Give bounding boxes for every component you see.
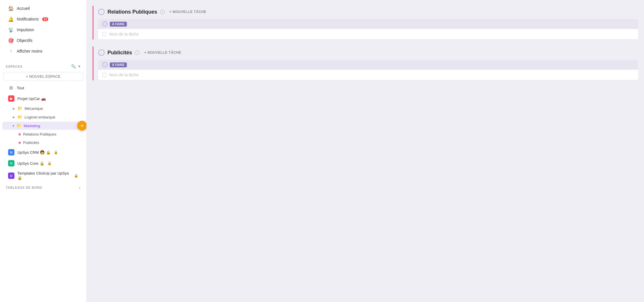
up-arrow-icon: ↑: [8, 48, 14, 54]
collapse-group-publicites-button[interactable]: ○: [102, 62, 107, 67]
notifications-badge: 11: [42, 17, 48, 21]
lock-icon-crm: 🔒: [54, 150, 58, 154]
templates-icon: U: [8, 173, 14, 179]
chevron-down-icon[interactable]: ▾: [78, 64, 81, 68]
collapse-icon-publicites: ○: [101, 51, 102, 54]
task-group-a-faire-publicites: ○ À FAIRE Nom de la tâche: [98, 60, 638, 80]
task-checkbox-publicites[interactable]: [102, 73, 106, 77]
sidebar-item-impulsion[interactable]: 📡 Impulsion: [2, 25, 84, 35]
grid-icon: ⊞: [8, 85, 14, 91]
sidebar-tout-label: Tout: [17, 86, 24, 90]
collapse-icon-relations: ○: [101, 10, 102, 14]
sidebar-item-tout[interactable]: ⊞ Tout: [2, 83, 84, 93]
task-group-header-publicites: ○ À FAIRE: [98, 60, 638, 70]
sidebar-item-templates[interactable]: U Templates ClickUp par UpSys 🔒 🔒: [2, 169, 84, 182]
logiciel-chevron-icon: ▶: [13, 116, 15, 119]
table-row: Nom de la tâche: [98, 70, 638, 80]
sidebar-item-projet-upcar[interactable]: ▶ Projet UpCar 🚗 +: [2, 93, 84, 104]
sidebar-logiciel-label: Logiciel embarqué: [25, 115, 55, 119]
sidebar-upsys-core-label: UpSys Core 🔒: [17, 161, 44, 166]
espaces-label: ESPACES: [6, 65, 22, 68]
sidebar-item-notifications[interactable]: 🔔 Notifications 11: [2, 14, 84, 24]
sidebar-item-upsys-crm[interactable]: U UpSys CRM 🧑 🔒 🔒: [2, 147, 84, 158]
sidebar-upsys-crm-label: UpSys CRM 🧑 🔒: [17, 150, 51, 155]
sidebar-item-objectifs[interactable]: 🎯 Objectifs: [2, 35, 84, 46]
task-group-a-faire-relations: ○ À FAIRE Nom de la tâche: [98, 19, 638, 40]
table-row: Nom de la tâche: [98, 29, 638, 39]
tableaux-chevron-icon: ›: [79, 185, 81, 190]
section-name-relations: Relations Publiques: [107, 9, 157, 15]
collapse-relations-button[interactable]: ○: [98, 9, 105, 15]
sidebar-item-mecanique[interactable]: ▶ 📁 Mécanique: [2, 104, 84, 112]
upsys-core-icon: U: [8, 160, 14, 166]
info-icon-relations[interactable]: i: [160, 10, 165, 14]
status-badge-publicites: À FAIRE: [110, 62, 127, 67]
espaces-header-icons: 🔍 ▾: [71, 64, 81, 68]
sidebar: 🏠 Accueil 🔔 Notifications 11 📡 Impulsion…: [0, 0, 87, 302]
folder-icon-mecanique: 📁: [17, 106, 22, 111]
sidebar-tableaux-section[interactable]: TABLEAUX DE BORD ›: [0, 182, 86, 193]
projet-upcar-icon: ▶: [8, 95, 14, 102]
sidebar-item-objectifs-label: Objectifs: [17, 38, 32, 43]
section-title-row-relations: ○ Relations Publiques i + NOUVELLE TÂCHE: [98, 6, 638, 19]
lock-icon-core: 🔒: [47, 161, 52, 165]
new-space-button[interactable]: + NOUVEL ESPACE: [3, 72, 83, 81]
home-icon: 🏠: [8, 5, 14, 11]
search-icon[interactable]: 🔍: [71, 64, 76, 68]
sidebar-nav: 🏠 Accueil 🔔 Notifications 11 📡 Impulsion…: [0, 0, 86, 60]
sidebar-item-impulsion-label: Impulsion: [17, 27, 34, 32]
new-task-button-relations[interactable]: + NOUVELLE TÂCHE: [168, 9, 208, 15]
folder-icon-marketing: 📁: [16, 123, 21, 128]
lock-icon-templates: 🔒: [74, 174, 78, 178]
status-badge-relations: À FAIRE: [110, 22, 127, 27]
sidebar-projet-upcar-label: Projet UpCar 🚗: [17, 96, 46, 101]
sidebar-item-logiciel-embarque[interactable]: ▶ 📁 Logiciel embarqué: [2, 113, 84, 121]
sidebar-templates-label: Templates ClickUp par UpSys 🔒: [17, 171, 71, 180]
upsys-crm-icon: U: [8, 149, 14, 155]
collapse-group-relations-button[interactable]: ○: [102, 21, 107, 27]
sidebar-item-afficher-moins[interactable]: ↑ Afficher moins: [2, 46, 84, 56]
mecanique-chevron-icon: ▶: [13, 107, 15, 110]
info-icon-publicites[interactable]: i: [135, 50, 140, 55]
collapse-publicites-button[interactable]: ○: [98, 49, 105, 56]
sidebar-item-accueil[interactable]: 🏠 Accueil: [2, 3, 84, 14]
marketing-chevron-icon: ▾: [13, 124, 14, 127]
task-checkbox[interactable]: [102, 32, 106, 36]
bell-icon: 🔔: [8, 16, 14, 22]
sidebar-marketing-label: Marketing: [24, 124, 40, 128]
section-relations-publiques: ○ Relations Publiques i + NOUVELLE TÂCHE…: [92, 6, 638, 40]
task-name-placeholder-publicites[interactable]: Nom de la tâche: [109, 73, 139, 77]
sidebar-item-upsys-core[interactable]: U UpSys Core 🔒 🔒: [2, 158, 84, 168]
section-publicites: ○ Publicités i + NOUVELLE TÂCHE ○ À FAIR…: [92, 47, 638, 80]
sidebar-item-accueil-label: Accueil: [17, 6, 30, 11]
sidebar-item-relations-publiques[interactable]: Relations Publiques: [2, 130, 84, 138]
tableaux-label: TABLEAUX DE BORD: [6, 186, 42, 189]
relations-dot-icon: [18, 133, 21, 136]
sidebar-item-afficher-moins-label: Afficher moins: [17, 49, 42, 53]
sidebar-relations-label: Relations Publiques: [23, 132, 56, 136]
main-content: ○ Relations Publiques i + NOUVELLE TÂCHE…: [87, 0, 644, 302]
sidebar-publicites-label: Publicités: [23, 140, 39, 145]
sidebar-item-notifications-label: Notifications: [17, 17, 39, 21]
publicites-dot-icon: [18, 142, 21, 144]
target-icon: 🎯: [8, 38, 14, 43]
sidebar-item-publicites[interactable]: Publicités: [2, 139, 84, 147]
folder-icon-logiciel: 📁: [17, 115, 22, 119]
espaces-section-header: ESPACES 🔍 ▾: [0, 60, 86, 70]
sidebar-item-marketing[interactable]: ▾ 📁 Marketing +: [2, 122, 84, 130]
task-name-placeholder[interactable]: Nom de la tâche: [109, 32, 139, 36]
new-task-button-publicites[interactable]: + NOUVELLE TÂCHE: [142, 50, 183, 55]
sidebar-mecanique-label: Mécanique: [25, 106, 43, 111]
task-group-header-relations: ○ À FAIRE: [98, 19, 638, 29]
marketing-float-add-button[interactable]: +: [77, 121, 87, 131]
section-name-publicites: Publicités: [107, 50, 132, 56]
section-title-row-publicites: ○ Publicités i + NOUVELLE TÂCHE: [98, 47, 638, 60]
pulse-icon: 📡: [8, 27, 14, 33]
